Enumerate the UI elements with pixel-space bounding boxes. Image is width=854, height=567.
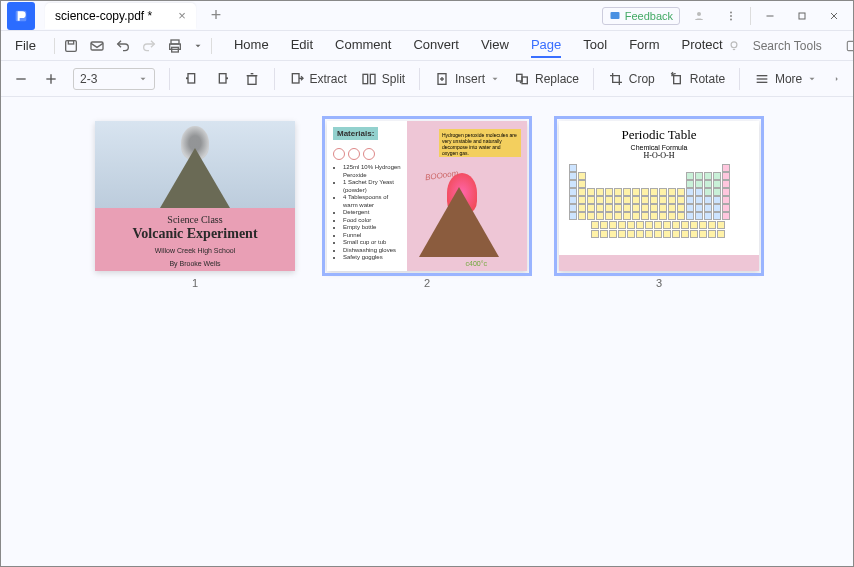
svg-point-16 <box>731 41 737 47</box>
document-tab[interactable]: science-copy.pdf * × <box>45 3 196 29</box>
materials-heading: Materials: <box>333 127 378 140</box>
feedback-label: Feedback <box>625 10 673 22</box>
delete-page-button[interactable] <box>244 71 260 87</box>
split-label: Split <box>382 72 405 86</box>
tab-tool[interactable]: Tool <box>583 33 607 58</box>
crop-label: Crop <box>629 72 655 86</box>
svg-point-4 <box>730 15 732 17</box>
svg-rect-25 <box>363 74 368 83</box>
chevron-down-icon <box>138 74 148 84</box>
insert-page-after-button[interactable] <box>214 71 230 87</box>
user-icon[interactable] <box>686 3 712 29</box>
quick-access-toolbar <box>54 38 212 54</box>
svg-rect-23 <box>248 75 256 84</box>
svg-rect-29 <box>522 77 527 84</box>
more-label: More <box>775 72 802 86</box>
slide3-formula: H-O-O-H <box>569 151 749 160</box>
extract-label: Extract <box>310 72 347 86</box>
svg-rect-24 <box>292 73 299 82</box>
page-range-value: 2-3 <box>80 72 97 86</box>
slide1-author: By Brooke Wells <box>95 259 295 268</box>
tab-page[interactable]: Page <box>531 33 561 58</box>
svg-rect-12 <box>91 42 103 50</box>
insert-button[interactable]: Insert <box>434 71 500 87</box>
svg-rect-17 <box>847 41 854 50</box>
tab-home[interactable]: Home <box>234 33 269 58</box>
crop-button[interactable]: Crop <box>608 71 655 87</box>
page-thumbnail-3[interactable]: Periodic Table Chemical Formula H-O-O-H … <box>559 121 759 289</box>
svg-rect-7 <box>799 13 805 19</box>
page-thumbnail-1[interactable]: Science Class Volcanic Experiment Willow… <box>95 121 295 289</box>
svg-rect-28 <box>517 74 522 81</box>
page-toolbar: 2-3 Extract Split Insert Replace Crop Ro… <box>1 61 853 97</box>
share-icon[interactable] <box>845 39 854 53</box>
svg-rect-26 <box>370 74 375 83</box>
feedback-button[interactable]: Feedback <box>602 7 680 25</box>
print-icon[interactable] <box>167 38 183 54</box>
undo-icon[interactable] <box>115 38 131 54</box>
close-tab-icon[interactable]: × <box>178 8 186 23</box>
slide3-subtitle: Chemical Formula <box>569 144 749 151</box>
chevron-down-icon <box>490 74 500 84</box>
rotate-button[interactable]: Rotate <box>669 71 725 87</box>
document-title: science-copy.pdf * <box>55 9 152 23</box>
materials-list: 125ml 10% Hydrogen Peroxide1 Sachet Dry … <box>333 164 401 262</box>
svg-rect-11 <box>68 40 73 43</box>
svg-rect-21 <box>188 73 195 82</box>
svg-rect-10 <box>66 40 77 51</box>
new-tab-button[interactable]: + <box>206 5 227 26</box>
page-number: 1 <box>192 277 198 289</box>
svg-point-5 <box>730 18 732 20</box>
overflow-chevron-icon[interactable] <box>833 74 841 84</box>
close-window-button[interactable] <box>821 3 847 29</box>
page-number: 2 <box>424 277 430 289</box>
tab-convert[interactable]: Convert <box>413 33 459 58</box>
replace-label: Replace <box>535 72 579 86</box>
save-icon[interactable] <box>63 38 79 54</box>
zoom-out-button[interactable] <box>13 71 29 87</box>
page-thumbnail-2[interactable]: Materials: 125ml 10% Hydrogen Peroxide1 … <box>327 121 527 289</box>
minimize-button[interactable] <box>757 3 783 29</box>
tab-edit[interactable]: Edit <box>291 33 313 58</box>
svg-rect-22 <box>219 73 226 82</box>
insert-page-before-button[interactable] <box>184 71 200 87</box>
page-number: 3 <box>656 277 662 289</box>
redo-icon[interactable] <box>141 38 157 54</box>
zoom-in-button[interactable] <box>43 71 59 87</box>
rotate-label: Rotate <box>690 72 725 86</box>
page-canvas[interactable]: Science Class Volcanic Experiment Willow… <box>1 97 853 566</box>
svg-rect-1 <box>610 12 619 19</box>
temp-text: c400°c <box>466 260 487 267</box>
mail-icon[interactable] <box>89 38 105 54</box>
slide3-title: Periodic Table <box>569 127 749 143</box>
kebab-icon[interactable] <box>718 3 744 29</box>
svg-rect-30 <box>673 75 680 83</box>
tab-protect[interactable]: Protect <box>681 33 722 58</box>
replace-button[interactable]: Replace <box>514 71 579 87</box>
tab-comment[interactable]: Comment <box>335 33 391 58</box>
file-menu[interactable]: File <box>7 34 44 57</box>
more-button[interactable]: More <box>754 71 817 87</box>
bulb-icon <box>727 39 741 53</box>
page-range-select[interactable]: 2-3 <box>73 68 155 90</box>
split-button[interactable]: Split <box>361 71 405 87</box>
app-icon <box>7 2 35 30</box>
chevron-down-icon <box>807 74 817 84</box>
feedback-icon <box>609 10 621 22</box>
search-input[interactable] <box>753 39 833 53</box>
svg-point-3 <box>730 11 732 13</box>
sticky-note: Hydrogen peroxide molecules are very uns… <box>439 129 521 157</box>
chevron-down-icon[interactable] <box>193 38 203 54</box>
titlebar: science-copy.pdf * × + Feedback <box>1 1 853 31</box>
slide1-school: Willow Creek High School <box>95 246 295 255</box>
extract-button[interactable]: Extract <box>289 71 347 87</box>
slide1-subtitle: Science Class <box>95 214 295 225</box>
tab-view[interactable]: View <box>481 33 509 58</box>
periodic-table-icon <box>569 164 749 238</box>
ribbon-tabs: Home Edit Comment Convert View Page Tool… <box>234 33 723 58</box>
menubar: File Home Edit Comment Convert View Page… <box>1 31 853 61</box>
tab-form[interactable]: Form <box>629 33 659 58</box>
svg-point-2 <box>697 12 701 16</box>
insert-label: Insert <box>455 72 485 86</box>
maximize-button[interactable] <box>789 3 815 29</box>
